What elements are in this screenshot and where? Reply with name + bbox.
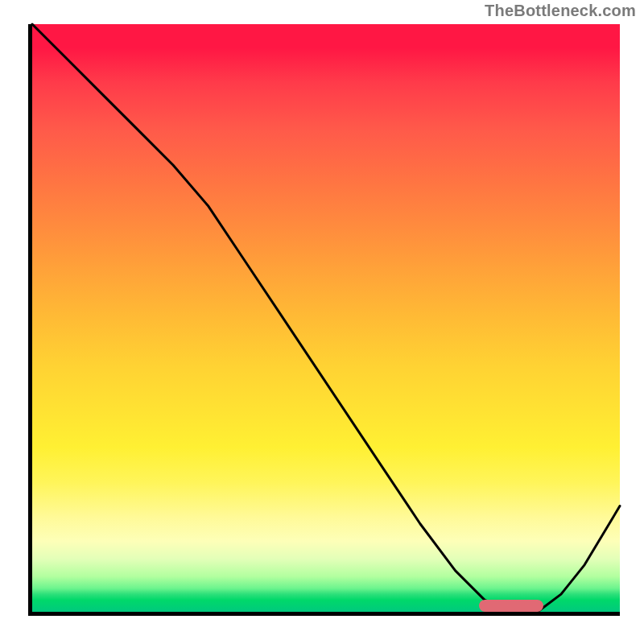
curve-svg xyxy=(32,24,620,612)
attribution-text: TheBottleneck.com xyxy=(485,2,636,20)
bottleneck-chart xyxy=(28,24,620,616)
optimal-range-marker xyxy=(479,600,543,612)
bottleneck-curve xyxy=(32,24,620,612)
